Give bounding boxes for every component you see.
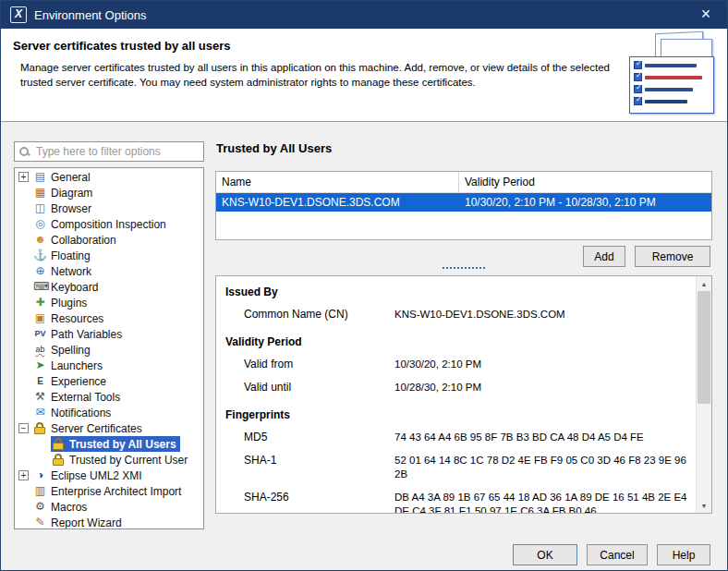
tree-item-browser[interactable]: ◫Browser bbox=[15, 200, 203, 216]
tree-item-label: Eclipse UML2 XMI bbox=[51, 469, 142, 482]
tree-item-label: General bbox=[51, 171, 91, 184]
sha1-value: 52 01 64 14 8C 1C 78 D2 4E FB F9 05 C0 3… bbox=[394, 454, 692, 481]
tree-item-general[interactable]: +▤General bbox=[15, 169, 203, 185]
tree-item-spelling[interactable]: abSpelling bbox=[15, 342, 203, 358]
tree-node: EExperience bbox=[32, 373, 110, 389]
tree-node: abSpelling bbox=[32, 342, 94, 358]
keyboard-icon: ⌨ bbox=[33, 280, 47, 294]
tree-item-collaboration[interactable]: ☻Collaboration bbox=[15, 232, 203, 248]
expander-spacer bbox=[18, 235, 29, 245]
tree-item-plugins[interactable]: ✚Plugins bbox=[15, 295, 203, 310]
expander-spacer bbox=[18, 486, 29, 496]
column-header-validity[interactable]: Validity Period bbox=[459, 172, 540, 192]
plugins-icon: ✚ bbox=[33, 296, 47, 310]
certificate-page-front bbox=[629, 56, 714, 114]
splitter-handle[interactable] bbox=[215, 264, 712, 273]
tree-item-launchers[interactable]: ➤Launchers bbox=[15, 358, 203, 373]
filter-input[interactable] bbox=[34, 144, 203, 159]
tree-node: Trusted by All Users bbox=[51, 436, 180, 452]
sha256-label: SHA-256 bbox=[244, 491, 394, 504]
environment-options-dialog: X Environment Options × Server certifica… bbox=[0, 0, 728, 571]
cert-table-row[interactable]: KNS-W10-DEV1.DSONE.3DS.COM10/30/20, 2:10… bbox=[216, 193, 711, 212]
valid-until-label: Valid until bbox=[244, 381, 394, 394]
tree-item-label: Macros bbox=[51, 501, 87, 514]
tree-item-notifications[interactable]: ✉Notifications bbox=[15, 405, 203, 420]
tree-item-external-tools[interactable]: ⚒External Tools bbox=[15, 389, 203, 405]
tree-item-label: Collaboration bbox=[51, 234, 116, 247]
md5-row: MD5 74 43 64 A4 6B 95 8F 7B B3 BD CA 48 … bbox=[244, 431, 696, 444]
tree-node: ➤Launchers bbox=[32, 358, 106, 373]
tree-item-floating[interactable]: ⚓Floating bbox=[15, 248, 203, 263]
expand-icon[interactable]: + bbox=[18, 470, 29, 480]
tree-item-enterprise-architect-import[interactable]: ▥Enterprise Architect Import bbox=[15, 483, 203, 499]
path-variables-icon: PV bbox=[33, 327, 47, 341]
collapse-icon[interactable]: − bbox=[18, 423, 29, 433]
tree-node: ▤General bbox=[32, 169, 94, 185]
help-button[interactable]: Help bbox=[657, 544, 710, 565]
cert-table: Name Validity Period KNS-W10-DEV1.DSONE.… bbox=[215, 171, 712, 240]
tree-item-resources[interactable]: ▣Resources bbox=[15, 310, 203, 326]
tree-item-keyboard[interactable]: ⌨Keyboard bbox=[15, 279, 203, 295]
cert-table-body: KNS-W10-DEV1.DSONE.3DS.COM10/30/20, 2:10… bbox=[216, 193, 711, 212]
lock-icon bbox=[33, 421, 47, 435]
cancel-button[interactable]: Cancel bbox=[587, 544, 648, 565]
tree-item-label: Trusted by Current User bbox=[69, 454, 188, 467]
tree-item-label: Enterprise Architect Import bbox=[51, 485, 181, 498]
validity-period-heading: Validity Period bbox=[225, 335, 696, 348]
page-description: Manage server certificates trusted by al… bbox=[20, 60, 623, 90]
valid-until-row: Valid until 10/28/30, 2:10 PM bbox=[244, 381, 696, 395]
scroll-up-icon[interactable] bbox=[697, 276, 711, 291]
tree-item-diagram[interactable]: ▦Diagram bbox=[15, 185, 203, 200]
general-icon: ▤ bbox=[33, 170, 47, 184]
tree-item-network[interactable]: ⊕Network bbox=[15, 263, 203, 279]
page-title: Server certificates trusted by all users bbox=[13, 39, 231, 53]
tree-item-trusted-by-current-user[interactable]: Trusted by Current User bbox=[15, 452, 203, 468]
window-title: Environment Options bbox=[34, 8, 146, 22]
external-tools-icon: ⚒ bbox=[33, 390, 47, 404]
sha256-row: SHA-256 DB A4 3A 89 1B 67 65 44 18 AD 36… bbox=[244, 491, 696, 513]
tree-item-label: Launchers bbox=[51, 359, 103, 372]
expander-spacer bbox=[18, 298, 29, 308]
common-name-label: Common Name (CN) bbox=[244, 308, 394, 321]
tree-item-composition-inspection[interactable]: ◎Composition Inspection bbox=[15, 216, 203, 232]
tree-item-server-certificates[interactable]: −Server Certificates bbox=[15, 420, 203, 436]
ok-button[interactable]: OK bbox=[513, 544, 577, 565]
tree-item-trusted-by-all-users[interactable]: Trusted by All Users bbox=[15, 436, 203, 452]
valid-from-value: 10/30/20, 2:10 PM bbox=[394, 358, 481, 371]
close-icon[interactable]: × bbox=[685, 1, 727, 29]
app-icon: X bbox=[10, 6, 27, 23]
titlebar: X Environment Options × bbox=[1, 1, 727, 29]
tree-item-label: Spelling bbox=[51, 344, 91, 357]
eclipse-icon: ◑ bbox=[33, 468, 47, 482]
experience-icon: E bbox=[33, 374, 47, 388]
scrollbar-thumb[interactable] bbox=[698, 291, 710, 404]
details-scrollbar[interactable] bbox=[696, 276, 711, 513]
tree-item-label: External Tools bbox=[51, 391, 120, 404]
column-header-name[interactable]: Name bbox=[216, 172, 459, 192]
certificates-illustration bbox=[624, 32, 720, 117]
expand-icon[interactable]: + bbox=[18, 172, 29, 182]
options-tree: +▤General▦Diagram◫Browser◎Composition In… bbox=[14, 167, 204, 529]
valid-from-label: Valid from bbox=[244, 358, 394, 371]
expander-spacer bbox=[18, 502, 29, 512]
tree-item-label: Diagram bbox=[51, 187, 92, 200]
diagram-icon: ▦ bbox=[33, 186, 47, 200]
tree-node: Trusted by Current User bbox=[51, 452, 191, 468]
valid-until-value: 10/28/30, 2:10 PM bbox=[394, 381, 481, 395]
tree-node: PVPath Variables bbox=[32, 326, 126, 342]
tree-item-macros[interactable]: ⚙Macros bbox=[15, 499, 203, 515]
scroll-down-icon[interactable] bbox=[697, 498, 711, 513]
tree-item-eclipse-uml2-xmi[interactable]: +◑Eclipse UML2 XMI bbox=[15, 468, 203, 483]
tree-node: ⌨Keyboard bbox=[32, 279, 102, 295]
tree-item-label: Keyboard bbox=[51, 281, 98, 294]
expander-spacer bbox=[18, 282, 29, 292]
expander-spacer bbox=[18, 203, 29, 213]
tree-item-path-variables[interactable]: PVPath Variables bbox=[15, 326, 203, 342]
collaboration-icon: ☻ bbox=[33, 233, 47, 247]
tree-item-report-wizard[interactable]: ✎Report Wizard bbox=[15, 515, 203, 529]
tree-item-label: Notifications bbox=[51, 407, 111, 419]
tree-item-label: Plugins bbox=[51, 297, 87, 310]
tree-node: ✎Report Wizard bbox=[32, 515, 126, 529]
tree-item-experience[interactable]: EExperience bbox=[15, 373, 203, 389]
tree-node: ▦Diagram bbox=[32, 185, 96, 200]
